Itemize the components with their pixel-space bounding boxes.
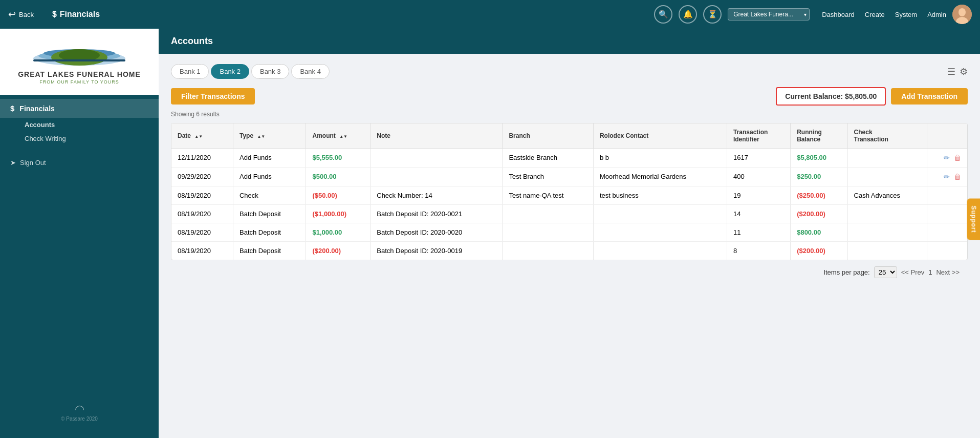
col-type: Type ▲▼ xyxy=(233,123,306,149)
nav-create[interactable]: Create xyxy=(865,11,885,18)
svg-point-1 xyxy=(959,8,966,16)
org-selector[interactable]: Great Lakes Funera... ▾ xyxy=(728,8,810,20)
prev-page-btn[interactable]: << Prev xyxy=(901,268,925,276)
cell-txn-id: 400 xyxy=(727,168,790,186)
cell-running-balance: ($200.00) xyxy=(791,205,847,223)
table-header-row: Date ▲▼ Type ▲▼ Amount ▲▼ Note Branch Ro… xyxy=(171,123,967,149)
cell-txn-id: 1617 xyxy=(727,149,790,168)
per-page-select[interactable]: 25 xyxy=(874,266,897,278)
edit-icon[interactable]: ✏ xyxy=(944,173,950,181)
edit-icon[interactable]: ✏ xyxy=(944,154,950,162)
cell-actions xyxy=(927,186,967,205)
type-sort-icon[interactable]: ▲▼ xyxy=(257,135,265,139)
cell-amount: ($1,000.00) xyxy=(306,205,371,223)
amount-value: ($200.00) xyxy=(312,247,341,255)
cell-running-balance: ($250.00) xyxy=(791,186,847,205)
transactions-table-wrapper: Date ▲▼ Type ▲▼ Amount ▲▼ Note Branch Ro… xyxy=(171,123,968,260)
cell-check-transaction xyxy=(847,242,927,260)
col-note: Note xyxy=(371,123,503,149)
cell-type: Batch Deposit xyxy=(233,205,306,223)
sidebar: Great Lakes Funeral Home From Our Family… xyxy=(0,29,159,438)
amount-value: $500.00 xyxy=(312,173,336,180)
table-row: 08/19/2020 Batch Deposit ($200.00) Batch… xyxy=(171,242,967,260)
table-body: 12/11/2020 Add Funds $5,555.00 Eastside … xyxy=(171,149,967,260)
cell-amount: ($50.00) xyxy=(306,186,371,205)
amount-value: $5,555.00 xyxy=(312,154,342,161)
cell-rolodex xyxy=(593,223,727,242)
sidebar-item-financials[interactable]: $ Financials xyxy=(0,99,159,118)
cell-rolodex: b b xyxy=(593,149,727,168)
amount-sort-icon[interactable]: ▲▼ xyxy=(339,135,347,139)
support-tab[interactable]: Support xyxy=(967,198,981,240)
col-branch: Branch xyxy=(503,123,593,149)
cell-type: Add Funds xyxy=(233,168,306,186)
nav-system[interactable]: System xyxy=(895,11,917,18)
cell-running-balance: $800.00 xyxy=(791,223,847,242)
cell-type: Check xyxy=(233,186,306,205)
org-dropdown[interactable]: Great Lakes Funera... xyxy=(728,8,810,20)
sidebar-item-financials-label: Financials xyxy=(19,105,54,113)
cell-actions: ✏ 🗑 xyxy=(927,149,967,168)
tab-bank4[interactable]: Bank 4 xyxy=(291,64,329,79)
running-balance-value: ($200.00) xyxy=(797,247,825,255)
transactions-table: Date ▲▼ Type ▲▼ Amount ▲▼ Note Branch Ro… xyxy=(171,123,967,260)
table-row: 08/19/2020 Batch Deposit $1,000.00 Batch… xyxy=(171,223,967,242)
back-button[interactable]: ↩ Back xyxy=(8,9,34,20)
cell-amount: $1,000.00 xyxy=(306,223,371,242)
cell-amount: ($200.00) xyxy=(306,242,371,260)
showing-results: Showing 6 results xyxy=(171,111,968,118)
delete-icon[interactable]: 🗑 xyxy=(954,173,961,181)
cell-actions xyxy=(927,205,967,223)
current-balance-display: Current Balance: $5,805.00 xyxy=(776,87,886,106)
nav-admin[interactable]: Admin xyxy=(927,11,946,18)
user-avatar[interactable] xyxy=(952,5,972,24)
tab-bank2[interactable]: Bank 2 xyxy=(211,64,249,79)
dollar-icon: $ xyxy=(52,10,57,19)
cell-txn-id: 14 xyxy=(727,205,790,223)
signout-button[interactable]: ➤ Sign Out xyxy=(0,154,159,172)
filter-icon-btn[interactable]: ☰ xyxy=(947,66,955,77)
cell-date: 09/29/2020 xyxy=(171,168,233,186)
tab-bank1[interactable]: Bank 1 xyxy=(171,64,209,79)
cell-rolodex xyxy=(593,205,727,223)
cell-date: 08/19/2020 xyxy=(171,223,233,242)
cell-rolodex: test business xyxy=(593,186,727,205)
cell-check-transaction xyxy=(847,205,927,223)
sidebar-nav: $ Financials Accounts Check Writing xyxy=(0,95,159,150)
back-arrow-icon: ↩ xyxy=(8,9,16,20)
filter-row: Filter Transactions Current Balance: $5,… xyxy=(171,87,968,106)
tab-bank3[interactable]: Bank 3 xyxy=(251,64,289,79)
cell-branch xyxy=(503,205,593,223)
sidebar-sub-accounts[interactable]: Accounts xyxy=(0,118,159,132)
search-icon-btn[interactable]: 🔍 xyxy=(654,5,672,24)
cell-check-transaction xyxy=(847,149,927,168)
tab-action-icons: ☰ ⚙ xyxy=(947,66,968,77)
cell-type: Batch Deposit xyxy=(233,223,306,242)
amount-value: ($1,000.00) xyxy=(312,210,346,218)
cell-note: Batch Deposit ID: 2020-0019 xyxy=(371,242,503,260)
running-balance-value: $5,805.00 xyxy=(797,154,826,161)
delete-icon[interactable]: 🗑 xyxy=(954,154,961,162)
cell-actions xyxy=(927,242,967,260)
date-sort-icon[interactable]: ▲▼ xyxy=(194,135,203,139)
bell-icon-btn[interactable]: 🔔 xyxy=(679,5,697,24)
clock-icon-btn[interactable]: ⏳ xyxy=(703,5,722,24)
cell-note: Batch Deposit ID: 2020-0020 xyxy=(371,223,503,242)
add-transaction-button[interactable]: Add Transaction xyxy=(891,88,968,105)
cell-branch xyxy=(503,223,593,242)
cell-running-balance: $250.00 xyxy=(791,168,847,186)
items-per-page-label: Items per page: xyxy=(823,268,869,276)
col-actions xyxy=(927,123,967,149)
filter-transactions-button[interactable]: Filter Transactions xyxy=(171,88,255,105)
cell-note xyxy=(371,149,503,168)
bank-tabs: Bank 1 Bank 2 Bank 3 Bank 4 ☰ ⚙ xyxy=(171,64,968,79)
nav-dashboard[interactable]: Dashboard xyxy=(822,11,855,18)
sidebar-sub-checkwriting[interactable]: Check Writing xyxy=(0,132,159,145)
running-balance-value: ($250.00) xyxy=(797,192,825,199)
cell-branch: Test name-QA test xyxy=(503,186,593,205)
cell-amount: $500.00 xyxy=(306,168,371,186)
main-content: Accounts Bank 1 Bank 2 Bank 3 Bank 4 ☰ ⚙… xyxy=(159,29,980,438)
next-page-btn[interactable]: Next >> xyxy=(936,268,960,276)
nav-links: Dashboard Create System Admin xyxy=(822,11,946,18)
settings-icon-btn[interactable]: ⚙ xyxy=(960,66,968,77)
